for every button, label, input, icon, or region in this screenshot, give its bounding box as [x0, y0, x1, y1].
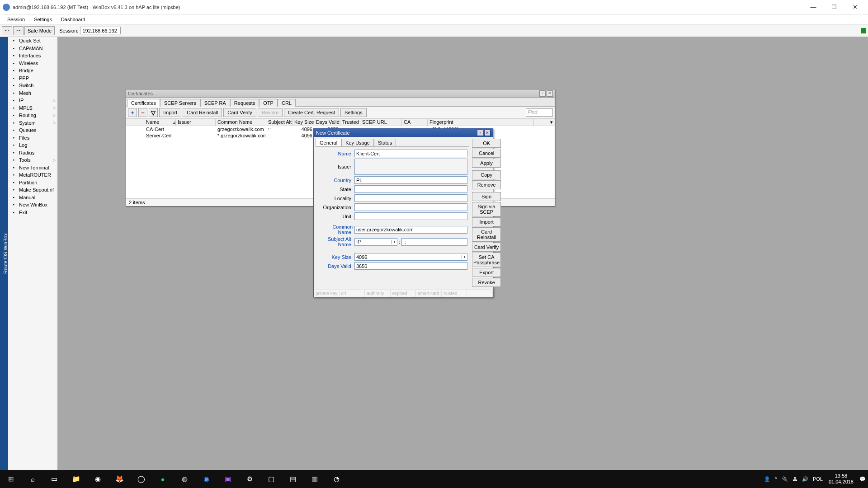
filter-button[interactable]: ▽ — [149, 108, 158, 117]
app-icon-9[interactable]: ◔ — [326, 470, 347, 488]
sign-via-scep-button[interactable]: Sign via SCEP — [472, 202, 501, 216]
export-button[interactable]: Export — [472, 268, 501, 277]
cert-settings-button[interactable]: Settings — [340, 108, 367, 117]
column-picker-icon[interactable]: ▾ — [534, 119, 555, 126]
key-size-select[interactable]: 4096Ŧ — [354, 253, 467, 261]
tray-clock[interactable]: 13:58 01.04.2018 — [825, 473, 857, 485]
sidebar-item-log[interactable]: ▪Log — [8, 141, 57, 149]
tray-up-icon[interactable]: ^ — [773, 476, 779, 482]
copy-button[interactable]: Copy — [472, 170, 501, 179]
import-button[interactable]: Import — [472, 217, 501, 226]
cancel-button[interactable]: Cancel — [472, 149, 501, 158]
redo-button[interactable]: ⤻ — [13, 26, 24, 35]
tray-lang[interactable]: POL — [811, 476, 825, 482]
search-icon[interactable]: ⌕ — [22, 470, 43, 488]
name-input[interactable] — [354, 150, 467, 157]
app-icon-3[interactable]: ◉ — [195, 470, 217, 488]
sidebar-item-make-supout.rif[interactable]: ▪Make Supout.rif — [8, 186, 57, 194]
app-icon-4[interactable]: ▣ — [217, 470, 239, 488]
remove-button[interactable]: − — [138, 108, 147, 117]
sidebar-item-mpls[interactable]: ▪MPLS▷ — [8, 104, 57, 112]
create-cert-request-button[interactable]: Create Cert. Request — [284, 108, 339, 117]
system-tray[interactable]: 👤 ^ 🔌 🖧 🔊 POL 13:58 01.04.2018 💬 — [762, 473, 868, 485]
tab-general[interactable]: General — [316, 139, 341, 146]
chrome-icon[interactable]: ◯ — [130, 470, 152, 488]
tray-volume-icon[interactable]: 🔊 — [800, 476, 811, 482]
sidebar-item-files[interactable]: ▪Files — [8, 134, 57, 142]
close-button[interactable]: ✕ — [844, 0, 865, 14]
certwin-minimize-icon[interactable]: ▫ — [539, 90, 546, 97]
common-name-input[interactable] — [354, 226, 467, 234]
newcert-minimize-icon[interactable]: ▫ — [477, 130, 483, 136]
card-verify-button[interactable]: Card Verify — [472, 243, 501, 252]
sidebar-item-bridge[interactable]: ▪Bridge — [8, 67, 57, 75]
tab-certificates[interactable]: Certificates — [127, 99, 160, 107]
safe-mode-button[interactable]: Safe Mode — [24, 26, 55, 35]
remove-button[interactable]: Remove — [472, 180, 501, 189]
spotify-icon[interactable]: ● — [152, 470, 174, 488]
undo-button[interactable]: ⤺ — [2, 26, 12, 35]
organization-input[interactable] — [354, 203, 467, 211]
sidebar-item-queues[interactable]: ▪Queues — [8, 127, 57, 134]
card-verify-button[interactable]: Card Verify — [223, 108, 256, 117]
tray-network-icon[interactable]: 🖧 — [790, 476, 800, 482]
app-icon-8[interactable]: ▥ — [304, 470, 326, 488]
menu-settings[interactable]: Settings — [29, 16, 57, 23]
card-reinstall-button[interactable]: Card Reinstall — [472, 227, 501, 242]
tray-people-icon[interactable]: 👤 — [762, 476, 773, 482]
ok-button[interactable]: OK — [472, 139, 501, 148]
tab-key-usage[interactable]: Key Usage — [341, 139, 374, 146]
days-valid-input[interactable] — [354, 262, 467, 270]
tab-crl[interactable]: CRL — [278, 99, 296, 107]
sidebar-item-tools[interactable]: ▪Tools▷ — [8, 156, 57, 164]
sidebar-item-metarouter[interactable]: ▪MetaROUTER — [8, 171, 57, 179]
menu-session[interactable]: Session — [3, 16, 29, 23]
tab-scep-ra[interactable]: SCEP RA — [200, 99, 230, 107]
sidebar-item-system[interactable]: ▪System▷ — [8, 119, 57, 127]
sidebar-item-interfaces[interactable]: ▪Interfaces — [8, 52, 57, 60]
certwin-close-icon[interactable]: ✕ — [547, 90, 553, 97]
sidebar-item-routing[interactable]: ▪Routing▷ — [8, 112, 57, 119]
firefox-icon[interactable]: 🦊 — [108, 470, 130, 488]
apply-button[interactable]: Apply — [472, 159, 501, 168]
sidebar-item-quick-set[interactable]: ▪Quick Set — [8, 37, 57, 45]
sidebar-item-switch[interactable]: ▪Switch — [8, 82, 57, 89]
start-button[interactable]: ⊞ — [0, 470, 22, 488]
sign-button[interactable]: Sign — [472, 192, 501, 201]
san-type-select[interactable]: IPŦ — [354, 238, 397, 246]
set-ca-passphrase-button[interactable]: Set CA Passphrase — [472, 253, 501, 267]
state-input[interactable] — [354, 185, 467, 193]
sidebar-item-partition[interactable]: ▪Partition — [8, 179, 57, 187]
revoke-button[interactable]: Revoke — [472, 278, 501, 287]
app-icon-2[interactable]: ◍ — [174, 470, 195, 488]
sidebar-item-mesh[interactable]: ▪Mesh — [8, 89, 57, 97]
sidebar-item-new-terminal[interactable]: ▪New Terminal — [8, 164, 57, 172]
tray-notifications-icon[interactable]: 💬 — [857, 476, 868, 482]
app-icon-7[interactable]: ▤ — [282, 470, 304, 488]
tab-requests[interactable]: Requests — [230, 99, 259, 107]
import-button[interactable]: Import — [159, 108, 181, 117]
sidebar-item-wireless[interactable]: ▪Wireless — [8, 60, 57, 67]
sidebar-item-radius[interactable]: ▪Radius — [8, 149, 57, 157]
tab-scep-servers[interactable]: SCEP Servers — [160, 99, 200, 107]
sidebar-item-capsman[interactable]: ▪CAPsMAN — [8, 45, 57, 52]
country-input[interactable] — [354, 176, 467, 184]
sidebar-item-ip[interactable]: ▪IP▷ — [8, 97, 57, 104]
sidebar-item-manual[interactable]: ▪Manual — [8, 194, 57, 202]
menu-dashboard[interactable]: Dashboard — [57, 16, 90, 23]
tray-power-icon[interactable]: 🔌 — [779, 476, 790, 482]
card-reinstall-button[interactable]: Card Reinstall — [183, 108, 222, 117]
locality-input[interactable] — [354, 194, 467, 202]
add-button[interactable]: + — [128, 108, 137, 117]
certificates-titlebar[interactable]: Certificates ▫ ✕ — [126, 89, 555, 98]
tab-status[interactable]: Status — [374, 139, 396, 146]
newcert-close-icon[interactable]: ✕ — [484, 130, 491, 136]
minimize-button[interactable]: — — [803, 0, 824, 14]
unit-input[interactable] — [354, 212, 467, 220]
session-input[interactable] — [80, 27, 121, 34]
windows-taskbar[interactable]: ⊞ ⌕ ▭ 📁 ◉ 🦊 ◯ ● ◍ ◉ ▣ ⚙ ▢ ▤ ▥ ◔ 👤 ^ 🔌 🖧 … — [0, 470, 868, 488]
sidebar-item-new-winbox[interactable]: ▪New WinBox — [8, 201, 57, 209]
app-icon-6[interactable]: ▢ — [260, 470, 282, 488]
explorer-icon[interactable]: 📁 — [65, 470, 87, 488]
sidebar-item-exit[interactable]: ▪Exit — [8, 209, 57, 216]
